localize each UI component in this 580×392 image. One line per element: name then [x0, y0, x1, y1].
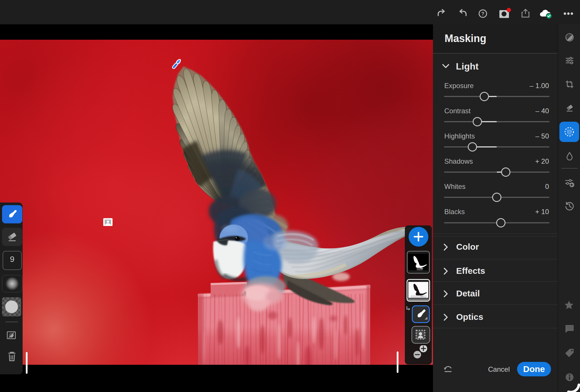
- svg-text:?: ?: [481, 11, 484, 17]
